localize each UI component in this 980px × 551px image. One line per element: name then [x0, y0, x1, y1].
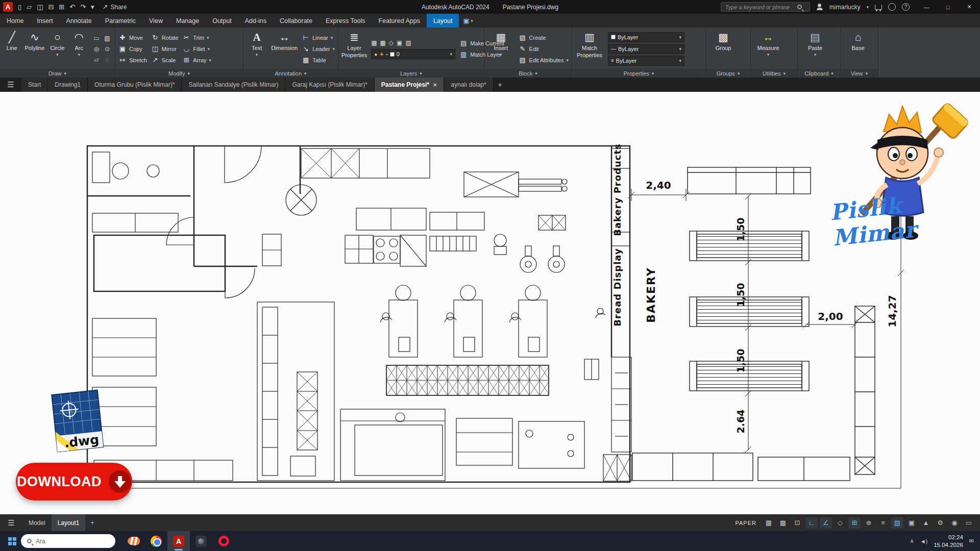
file-tab-garaj-kapisi[interactable]: Garaj Kapısı (Pislik Mimar)* — [285, 78, 374, 92]
layer-off-icon[interactable]: ▦ — [371, 39, 377, 46]
taskbar-search-box[interactable] — [21, 534, 115, 548]
notification-bell-icon[interactable] — [888, 3, 896, 11]
tab-annotate[interactable]: Annotate — [60, 14, 99, 28]
file-tab-oturma-grubu[interactable]: Oturma Grubu (Pislik Mimar)* — [88, 78, 182, 92]
match-properties-button[interactable]: ▥ Match Properties — [575, 29, 604, 68]
file-tab-drawing1[interactable]: Drawing1 — [48, 78, 88, 92]
group-button[interactable]: ▩ Group — [709, 29, 738, 68]
file-tab-sallanan-sandalye[interactable]: Sallanan Sandalye (Pislik Mimar) — [182, 78, 285, 92]
linear-button[interactable]: ⊢Linear▾ — [302, 33, 335, 42]
maximize-button[interactable]: □ — [937, 0, 959, 14]
ortho-icon[interactable]: ∟ — [805, 517, 818, 529]
layer-lock-tool-icon[interactable]: ▣ — [397, 39, 402, 46]
donut-icon[interactable]: ⊙ — [103, 44, 112, 54]
tab-parametric[interactable]: Parametric — [99, 14, 142, 28]
annotation-monitor-icon[interactable]: ◉ — [948, 517, 961, 529]
qat-dropdown-icon[interactable]: ▾ — [91, 3, 94, 11]
layer-dropdown[interactable]: ● ☀ ▪ 0 ▾ — [371, 49, 455, 59]
infer-constraints-icon[interactable]: ⊡ — [791, 517, 803, 529]
taskbar-clock[interactable]: 02:24 15.04.2026 — [934, 534, 963, 548]
download-button[interactable]: DOWNLOAD — [16, 463, 132, 500]
stretch-button[interactable]: ↦Stretch — [118, 55, 147, 65]
copy-button[interactable]: ▣Copy — [118, 44, 147, 54]
dimension-button[interactable]: ↔ Dimension — [271, 29, 298, 68]
groups-panel-footer[interactable]: Groups ▾ — [706, 69, 750, 78]
create-block-button[interactable]: ▧Create — [519, 33, 569, 42]
drawing-canvas[interactable]: Bakery Products Bread Display BAKERY 2,4… — [0, 92, 980, 514]
modify-panel-footer[interactable]: Modify ▾ — [115, 69, 243, 78]
help-search-input[interactable] — [725, 4, 794, 10]
taskbar-app-opera[interactable] — [212, 531, 235, 551]
paper-space-label[interactable]: PAPER — [736, 520, 756, 526]
plot-icon[interactable]: ⊞ — [59, 3, 64, 11]
notification-center-icon[interactable]: ✉ — [969, 538, 974, 544]
lineweight-display-icon[interactable]: ≡ — [877, 517, 889, 529]
file-tab-pastane-projesi[interactable]: Pastane Projesi* ✕ — [375, 78, 444, 92]
annotation-visibility-icon[interactable]: ▲ — [920, 517, 932, 529]
edit-attributes-button[interactable]: ▨Edit Attributes▾ — [519, 55, 569, 65]
object-snap-tracking-icon[interactable]: ⊕ — [863, 517, 875, 529]
lineweight-dropdown[interactable]: ≡ ByLayer ▾ — [608, 56, 684, 66]
volume-network-icon[interactable]: ◄) — [920, 538, 928, 544]
move-button[interactable]: ✚Move — [118, 33, 147, 42]
text-button[interactable]: A Text ▾ — [247, 29, 267, 68]
polar-tracking-icon[interactable]: ∠ — [820, 517, 832, 529]
object-color-dropdown[interactable]: ByLayer ▾ — [608, 32, 684, 42]
tab-featured-apps[interactable]: Featured Apps — [372, 14, 427, 28]
minimize-button[interactable]: — — [916, 0, 937, 14]
edit-block-button[interactable]: ✎Edit — [519, 44, 569, 54]
model-tab[interactable]: Model — [22, 514, 52, 531]
linetype-dropdown[interactable]: — ByLayer ▾ — [608, 44, 684, 54]
array-button[interactable]: ⊞Array▾ — [182, 55, 211, 65]
taskbar-search-input[interactable] — [36, 538, 97, 545]
trim-button[interactable]: ✂Trim▾ — [182, 33, 211, 42]
tab-manage[interactable]: Manage — [169, 14, 206, 28]
block-panel-footer[interactable]: Block ▾ — [484, 69, 572, 78]
app-store-cart-icon[interactable] — [875, 5, 882, 10]
tab-layout[interactable]: Layout — [427, 14, 459, 28]
ellipse-icon[interactable]: ◎ — [92, 44, 101, 54]
draw-panel-footer[interactable]: Draw ▾ — [0, 69, 115, 78]
layer-isolate-icon[interactable]: ▩ — [380, 39, 385, 46]
rectangle-icon[interactable]: ▭ — [92, 34, 101, 43]
layer-properties-button[interactable]: ≣ Layer Properties — [341, 29, 367, 68]
leader-button[interactable]: ↘Leader▾ — [302, 44, 335, 54]
close-button[interactable]: ✕ — [959, 0, 980, 14]
properties-panel-footer[interactable]: Properties ▾ — [572, 69, 705, 78]
polyline-button[interactable]: ∿ Polyline — [24, 29, 44, 68]
taskbar-app-dark[interactable] — [190, 531, 212, 551]
tab-express-tools[interactable]: Express Tools — [319, 14, 372, 28]
snap-icon[interactable]: ▩ — [777, 517, 789, 529]
selection-cycling-icon[interactable]: ▣ — [905, 517, 918, 529]
annotation-panel-footer[interactable]: Annotation ▾ — [243, 69, 338, 78]
clipboard-panel-footer[interactable]: Clipboard ▾ — [798, 69, 840, 78]
tab-output[interactable]: Output — [206, 14, 238, 28]
paste-button[interactable]: ▤ Paste ▾ — [801, 29, 829, 68]
layout-menu-icon[interactable]: ☰ — [0, 518, 22, 528]
transparency-icon[interactable]: ▨ — [891, 517, 903, 529]
new-layout-button[interactable]: + — [85, 519, 99, 527]
user-name[interactable]: mimarlucky — [829, 4, 861, 11]
tab-view[interactable]: View — [142, 14, 169, 28]
close-tab-icon[interactable]: ✕ — [433, 82, 437, 88]
help-question-icon[interactable]: ? — [902, 3, 910, 11]
taskbar-app-clownfish[interactable] — [122, 531, 145, 551]
autocad-logo-icon[interactable]: A — [3, 2, 13, 12]
file-tab-start[interactable]: Start — [21, 78, 48, 92]
new-file-icon[interactable]: ▯ — [18, 3, 21, 11]
layers-panel-footer[interactable]: Layers ▾ — [338, 69, 484, 78]
object-snap-icon[interactable]: ⊞ — [848, 517, 861, 529]
clean-screen-icon[interactable]: ▭ — [963, 517, 975, 529]
windows-start-icon[interactable] — [8, 537, 12, 541]
fillet-button[interactable]: ◡Fillet▾ — [182, 44, 211, 54]
open-file-icon[interactable]: ▱ — [27, 3, 32, 11]
tab-collaborate[interactable]: Collaborate — [273, 14, 319, 28]
view-panel-footer[interactable]: View ▾ — [841, 69, 878, 78]
mirror-button[interactable]: ◫Mirror — [151, 44, 178, 54]
layer-walk-icon[interactable]: ▨ — [405, 39, 411, 46]
circle-button[interactable]: ○ Circle ▾ — [48, 29, 66, 68]
file-tabs-menu-icon[interactable]: ☰ — [0, 78, 21, 92]
layer-freeze-icon[interactable]: ◇ — [389, 39, 394, 46]
redo-icon[interactable]: ↷ — [80, 3, 86, 11]
polygon-icon[interactable]: ▱ — [92, 55, 101, 64]
